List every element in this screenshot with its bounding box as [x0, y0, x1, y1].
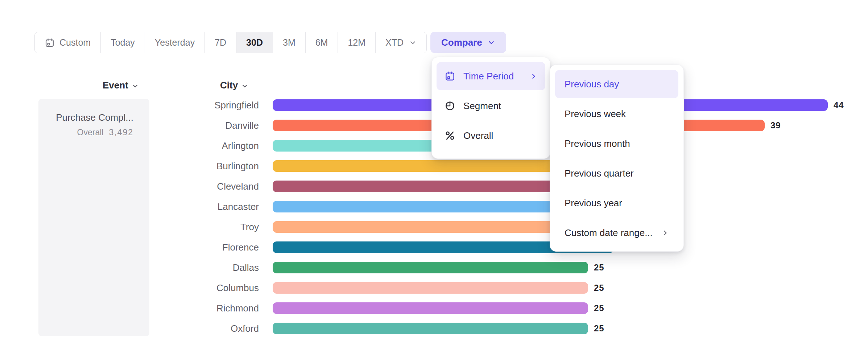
bar-value-label: 25 [594, 283, 604, 293]
bar-category-label: Oxford [231, 323, 259, 334]
time-period-submenu: Previous dayPrevious weekPrevious monthP… [550, 65, 684, 252]
chart-row: Cleveland [0, 181, 868, 192]
submenu-item-previous-day[interactable]: Previous day [555, 70, 678, 98]
chart-row: Lancaster [0, 201, 868, 212]
compare-menu: Time PeriodSegmentOverall [431, 57, 550, 159]
chart-row: Oxford25 [0, 323, 868, 334]
submenu-item-custom-date-range[interactable]: Custom date range... [555, 219, 678, 247]
compare-menu-item-segment[interactable]: Segment [437, 92, 545, 120]
percent-icon [445, 130, 455, 141]
bar-dallas[interactable] [273, 262, 588, 273]
chart-row: Columbus25 [0, 282, 868, 294]
chart-row: Richmond25 [0, 302, 868, 314]
bar-category-label: Florence [222, 242, 259, 253]
bar-value-label: 25 [594, 303, 604, 313]
bar-value-label: 44 [834, 100, 844, 110]
segment-icon [445, 100, 455, 111]
menu-item-label: Previous week [565, 108, 669, 120]
menu-item-label: Segment [463, 100, 537, 112]
chart-row: Troy [0, 221, 868, 233]
submenu-item-previous-quarter[interactable]: Previous quarter [555, 159, 678, 187]
bar-columbus[interactable] [273, 282, 588, 294]
bar-value-label: 25 [594, 323, 604, 334]
bar-category-label: Burlington [216, 161, 259, 172]
chart-row: Florence [0, 241, 868, 253]
bar-oxford[interactable] [273, 323, 588, 334]
bar-chart: Springfield44Danville39ArlingtonBurlingt… [0, 0, 868, 364]
compare-menu-item-time-period[interactable]: Time Period [437, 62, 545, 90]
chart-row: Dallas25 [0, 262, 868, 273]
analytics-report-screen: CustomTodayYesterday7D30D3M6M12MXTD Comp… [0, 0, 868, 364]
bar-category-label: Danville [226, 120, 259, 131]
menu-item-label: Time Period [463, 71, 522, 82]
bar-category-label: Arlington [222, 140, 259, 152]
bar-category-label: Columbus [216, 282, 259, 294]
menu-item-label: Previous month [565, 138, 669, 149]
menu-item-label: Previous quarter [565, 168, 669, 179]
chart-row: Burlington [0, 160, 868, 172]
bar-value-label: 39 [770, 120, 781, 131]
bar-category-label: Cleveland [217, 181, 259, 192]
menu-item-label: Previous day [565, 79, 669, 90]
submenu-item-previous-month[interactable]: Previous month [555, 129, 678, 158]
compare-menu-item-overall[interactable]: Overall [437, 121, 545, 150]
bar-category-label: Lancaster [218, 201, 259, 212]
chevron-right-icon [661, 229, 669, 237]
chevron-right-icon [530, 73, 537, 80]
calendar-icon [445, 71, 455, 82]
menu-item-label: Previous year [565, 198, 669, 209]
bar-category-label: Dallas [233, 262, 259, 273]
submenu-item-previous-week[interactable]: Previous week [555, 100, 678, 128]
bar-category-label: Springfield [214, 100, 259, 111]
bar-richmond[interactable] [273, 302, 588, 314]
menu-item-label: Overall [463, 130, 537, 141]
bar-category-label: Troy [240, 222, 259, 233]
bar-category-label: Richmond [216, 303, 259, 314]
menu-item-label: Custom date range... [565, 227, 653, 239]
bar-value-label: 25 [594, 262, 604, 273]
submenu-item-previous-year[interactable]: Previous year [555, 189, 678, 217]
